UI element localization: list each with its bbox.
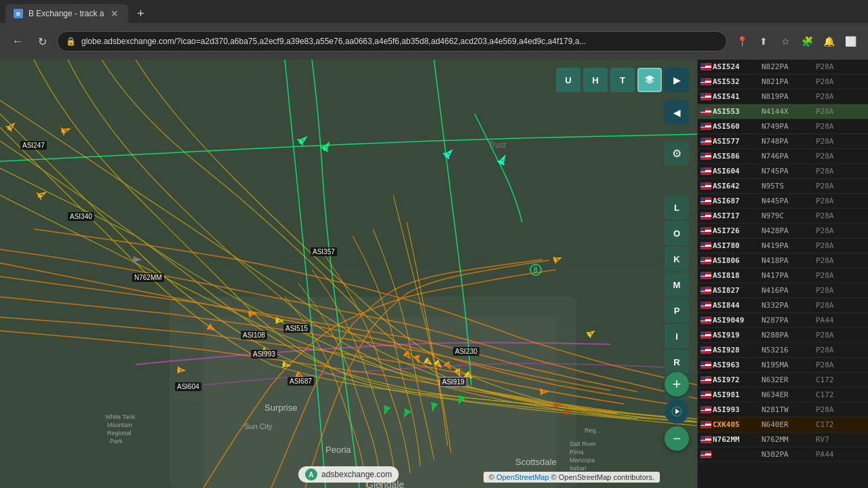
layers-button[interactable] <box>637 68 662 92</box>
h-button[interactable]: H <box>583 68 608 92</box>
flight-row[interactable]: ASI524N822PAP28A <box>698 60 868 75</box>
flight-callsign: CXK405 <box>713 420 762 429</box>
flight-registration: N416PA <box>762 286 816 295</box>
flight-type: P28A <box>816 167 854 176</box>
back-button[interactable]: ← <box>8 32 27 51</box>
flight-row[interactable]: ASI806N418PAP28A <box>698 253 868 268</box>
refresh-button[interactable]: ↻ <box>33 32 52 51</box>
flight-row[interactable]: ASI717N979CP28A <box>698 209 868 224</box>
extensions-button[interactable]: 🧩 <box>797 32 816 51</box>
svg-text:Regional: Regional <box>107 430 132 436</box>
lock-icon: 🔒 <box>66 37 76 46</box>
flight-row[interactable]: ASI993N281TWP28A <box>698 403 868 418</box>
flight-type: P28A <box>816 301 854 310</box>
letter-m-button[interactable]: M <box>665 272 689 297</box>
panel-left-button[interactable]: ◀ <box>665 100 689 125</box>
flight-registration: N288PA <box>762 331 816 340</box>
flight-callsign: ASI844 <box>713 301 762 310</box>
us-flag-icon <box>701 272 711 279</box>
flight-registration: N287PA <box>762 316 816 325</box>
flight-flag <box>701 167 711 175</box>
flight-flag <box>701 182 711 190</box>
main-content: Surprise Sun City Peoria Glendale Scotts… <box>0 60 868 488</box>
osm-link[interactable]: OpenStreetMap <box>496 473 549 481</box>
tab-title: B Exchange - track a <box>28 9 104 18</box>
letter-k-button[interactable]: K <box>665 247 689 271</box>
active-tab[interactable]: B B Exchange - track a ✕ <box>5 4 128 23</box>
us-flag-icon <box>701 317 711 324</box>
u-button[interactable]: U <box>556 68 580 92</box>
flight-row[interactable]: ASI577N748PAP28A <box>698 134 868 149</box>
us-flag-icon <box>701 197 711 205</box>
new-tab-button[interactable]: + <box>131 4 150 23</box>
flight-row[interactable]: ASI541N819PAP28A <box>698 89 868 104</box>
flight-row[interactable]: ASI780N419PAP28A <box>698 239 868 253</box>
settings-button[interactable]: ⚙ <box>665 141 689 165</box>
zoom-out-button[interactable]: − <box>665 426 689 451</box>
flight-type: P28A <box>816 271 854 280</box>
flight-callsign: ASI687 <box>713 197 762 205</box>
flight-row[interactable]: ASI963N195MAP28A <box>698 358 868 373</box>
window-button[interactable]: ⬜ <box>841 32 860 51</box>
map-area[interactable]: Surprise Sun City Peoria Glendale Scotts… <box>0 60 697 488</box>
flight-row[interactable]: ASI972N632ERC172 <box>698 373 868 388</box>
flight-row[interactable]: ASI586N746PAP28A <box>698 149 868 164</box>
notification-button[interactable]: 🔔 <box>819 32 838 51</box>
us-flag-icon <box>701 93 711 100</box>
letter-p-button[interactable]: P <box>665 298 689 323</box>
flight-callsign: ASI586 <box>713 152 762 161</box>
flight-row[interactable]: ASI981N634ERC172 <box>698 388 868 403</box>
flight-row[interactable]: ASI928N53216P28A <box>698 343 868 358</box>
tab-close-button[interactable]: ✕ <box>109 8 120 19</box>
flight-flag <box>701 242 711 249</box>
flight-row[interactable]: ASI553N4144XP28A <box>698 104 868 119</box>
us-flag-icon <box>701 108 711 115</box>
letter-l-button[interactable]: L <box>665 195 689 220</box>
openstreetmap-attribution: © OpenStreetMap © OpenStreetMap contribu… <box>484 472 660 483</box>
flight-registration: N195MA <box>762 361 816 369</box>
flight-row[interactable]: ASI818N417PAP28A <box>698 268 868 283</box>
flight-flag <box>701 152 711 160</box>
panel-right-button[interactable]: ▶ <box>665 68 689 92</box>
flight-registration: N4144X <box>762 107 816 116</box>
flight-row[interactable]: ASI642N95TSP28A <box>698 179 868 194</box>
flight-registration: N822PA <box>762 62 816 71</box>
flight-row[interactable]: ASI9049N287PAPA44 <box>698 313 868 328</box>
flight-type: P28A <box>816 331 854 340</box>
flight-callsign: ASI560 <box>713 122 762 131</box>
address-bar: ← ↻ 🔒 globe.adsbexchange.com/?icao=a2d37… <box>0 23 868 60</box>
bookmark-button[interactable]: ☆ <box>776 32 795 51</box>
letter-o-button[interactable]: O <box>665 221 689 245</box>
flight-type: P28A <box>816 241 854 250</box>
location-button[interactable]: 📍 <box>732 32 751 51</box>
flight-row[interactable]: ASI844N332PAP28A <box>698 298 868 313</box>
flight-flag <box>701 302 711 309</box>
flight-row[interactable]: CXK405N640ERC172 <box>698 418 868 432</box>
flight-flag <box>701 391 711 399</box>
url-bar[interactable]: 🔒 globe.adsbexchange.com/?icao=a2d370,a6… <box>57 31 727 52</box>
t-button[interactable]: T <box>610 68 635 92</box>
flight-flag <box>701 138 711 145</box>
replay-button[interactable] <box>665 399 689 424</box>
flight-row[interactable]: ASI604N745PAP28A <box>698 164 868 179</box>
flight-row[interactable]: ASI560N749PAP28A <box>698 119 868 134</box>
flight-row[interactable]: N762MMN762MMRV7 <box>698 432 868 447</box>
share-button[interactable]: ⬆ <box>754 32 773 51</box>
flight-type: C172 <box>816 375 854 384</box>
flight-row[interactable]: N302PAPA44 <box>698 447 868 462</box>
flight-row[interactable]: ASI532N821PAP28A <box>698 75 868 89</box>
flight-callsign: ASI577 <box>713 137 762 146</box>
flight-flag <box>701 197 711 205</box>
flight-row[interactable]: ASI687N445PAP28A <box>698 194 868 209</box>
letter-r-button[interactable]: R <box>665 350 689 374</box>
flight-row[interactable]: ASI726N428PAP28A <box>698 224 868 239</box>
flight-row[interactable]: ASI919N288PAP28A <box>698 328 868 343</box>
letter-i-button[interactable]: I <box>665 324 689 348</box>
flight-row[interactable]: ASI827N416PAP28A <box>698 283 868 298</box>
flight-callsign: ASI726 <box>713 226 762 235</box>
flight-type: P28A <box>816 226 854 235</box>
flight-flag <box>701 227 711 235</box>
zoom-in-button[interactable]: + <box>665 372 689 396</box>
flight-flag <box>701 317 711 324</box>
flight-registration: N445PA <box>762 197 816 205</box>
